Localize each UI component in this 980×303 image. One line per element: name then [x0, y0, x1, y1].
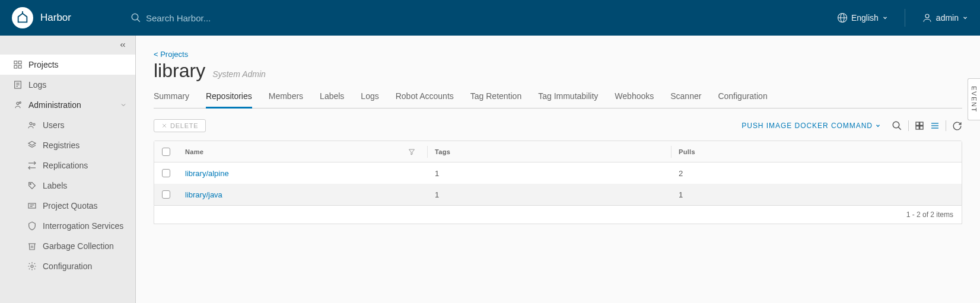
sidebar-item-administration[interactable]: Administration — [0, 95, 135, 115]
administration-icon — [13, 100, 23, 110]
toolbar-icons — [892, 120, 962, 131]
search-input[interactable] — [146, 13, 324, 23]
svg-rect-19 — [28, 203, 36, 208]
harbor-logo-icon — [12, 7, 33, 28]
main-content: < Projects library System Admin Summary … — [136, 36, 980, 303]
svg-point-27 — [893, 122, 899, 128]
labels-icon — [27, 181, 37, 190]
toolbar-divider — [946, 120, 946, 131]
sidebar-collapse-button[interactable] — [0, 36, 135, 55]
repository-link[interactable]: library/java — [185, 190, 222, 199]
toolbar: DELETE PUSH IMAGE DOCKER COMMAND — [154, 119, 962, 132]
logo-wrap: Harbor — [12, 7, 119, 28]
column-label: Name — [185, 148, 203, 155]
user-icon — [922, 12, 933, 23]
language-label: English — [851, 13, 879, 23]
toolbar-divider — [908, 120, 909, 131]
sidebar-item-project-quotas[interactable]: Project Quotas — [0, 196, 135, 216]
delete-button[interactable]: DELETE — [154, 119, 206, 132]
cell-tags: 1 — [435, 190, 439, 199]
svg-line-1 — [137, 19, 140, 22]
projects-icon — [13, 60, 23, 69]
page-subtitle: System Admin — [212, 69, 266, 79]
trash-icon — [27, 241, 37, 251]
row-checkbox[interactable] — [162, 190, 170, 199]
svg-point-15 — [20, 102, 21, 104]
sidebar-item-garbage[interactable]: Garbage Collection — [0, 236, 135, 256]
svg-point-0 — [132, 14, 138, 20]
event-side-tab[interactable]: EVENT — [968, 78, 980, 120]
sidebar-item-configuration[interactable]: Configuration — [0, 256, 135, 276]
refresh-icon[interactable] — [952, 121, 962, 131]
sidebar-item-logs[interactable]: Logs — [0, 75, 135, 95]
column-header-name[interactable]: Name — [178, 148, 427, 155]
quotas-icon — [27, 201, 37, 210]
breadcrumb[interactable]: < Projects — [154, 50, 962, 59]
tab-scanner[interactable]: Scanner — [670, 88, 701, 109]
svg-point-24 — [31, 265, 33, 267]
user-menu[interactable]: admin — [922, 12, 968, 23]
column-header-tags[interactable]: Tags — [428, 148, 671, 155]
search-icon[interactable] — [892, 120, 902, 131]
gear-icon — [27, 261, 37, 271]
language-selector[interactable]: English — [837, 12, 888, 23]
select-all-cell — [154, 148, 178, 156]
tab-labels[interactable]: Labels — [320, 88, 344, 109]
search-icon — [131, 12, 141, 23]
sidebar-item-label: Administration — [28, 100, 81, 110]
tab-tag-retention[interactable]: Tag Retention — [470, 88, 521, 109]
pagination-summary: 1 - 2 of 2 items — [906, 210, 953, 219]
sidebar-item-registries[interactable]: Registries — [0, 135, 135, 155]
tab-members[interactable]: Members — [269, 88, 303, 109]
svg-rect-6 — [14, 61, 17, 64]
repositories-table: Name Tags Pulls library/alpine 1 — [154, 141, 962, 206]
svg-rect-9 — [18, 65, 21, 68]
push-command-dropdown[interactable]: PUSH IMAGE DOCKER COMMAND — [742, 122, 881, 130]
sidebar: Projects Logs Administration Users — [0, 36, 136, 303]
sidebar-item-label: Registries — [43, 141, 79, 150]
sidebar-item-labels[interactable]: Labels — [0, 176, 135, 196]
push-command-label: PUSH IMAGE DOCKER COMMAND — [742, 122, 873, 130]
chevron-down-icon — [120, 101, 127, 109]
select-all-checkbox[interactable] — [162, 148, 170, 156]
tab-repositories[interactable]: Repositories — [206, 88, 252, 109]
header-bar: Harbor English admin — [0, 0, 980, 36]
sidebar-item-projects[interactable]: Projects — [0, 55, 135, 75]
sidebar-item-label: Labels — [43, 181, 67, 190]
tab-tag-immutability[interactable]: Tag Immutability — [538, 88, 598, 109]
tab-summary[interactable]: Summary — [154, 88, 189, 109]
globe-icon — [837, 12, 848, 23]
svg-point-5 — [925, 14, 929, 18]
sidebar-item-label: Interrogation Services — [43, 221, 123, 231]
users-icon — [27, 120, 37, 130]
svg-line-28 — [898, 127, 901, 130]
logs-icon — [13, 80, 23, 90]
table-footer: 1 - 2 of 2 items — [154, 206, 962, 224]
search-wrap — [131, 12, 324, 23]
sidebar-item-replications[interactable]: Replications — [0, 155, 135, 176]
sidebar-item-interrogation[interactable]: Interrogation Services — [0, 216, 135, 236]
svg-marker-36 — [409, 149, 415, 155]
sidebar-item-users[interactable]: Users — [0, 115, 135, 135]
sidebar-item-label: Configuration — [43, 261, 92, 271]
sidebar-item-label: Logs — [28, 80, 46, 90]
tab-robot-accounts[interactable]: Robot Accounts — [396, 88, 454, 109]
column-header-pulls[interactable]: Pulls — [672, 148, 962, 155]
sidebar-item-label: Project Quotas — [43, 201, 98, 210]
repository-link[interactable]: library/alpine — [185, 169, 229, 178]
row-checkbox[interactable] — [162, 169, 170, 177]
view-list-icon[interactable] — [930, 121, 940, 130]
header-divider — [905, 9, 905, 27]
event-tab-label: EVENT — [971, 86, 978, 113]
svg-point-17 — [33, 123, 35, 125]
column-label: Pulls — [679, 148, 695, 155]
tab-configuration[interactable]: Configuration — [718, 88, 767, 109]
filter-icon[interactable] — [408, 148, 415, 155]
tab-webhooks[interactable]: Webhooks — [615, 88, 654, 109]
cell-pulls: 1 — [679, 190, 683, 199]
svg-point-16 — [30, 122, 32, 125]
tab-logs[interactable]: Logs — [361, 88, 378, 109]
svg-rect-30 — [920, 122, 923, 125]
view-grid-icon[interactable] — [915, 121, 924, 130]
svg-point-18 — [30, 183, 31, 184]
